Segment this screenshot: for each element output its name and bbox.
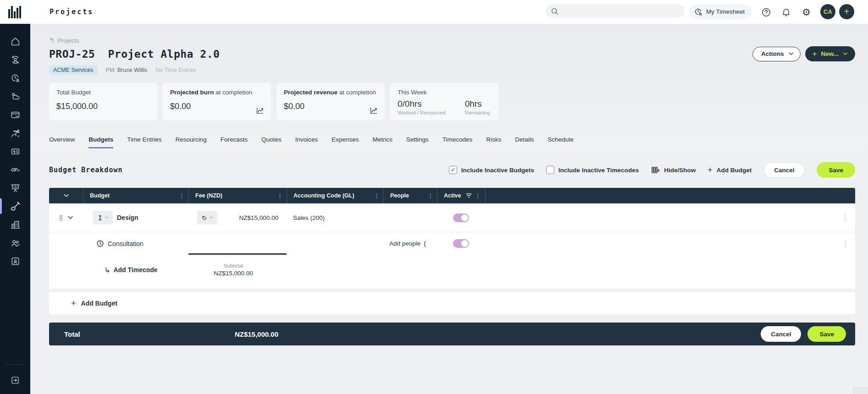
- tab-forecasts[interactable]: Forecasts: [221, 136, 248, 148]
- tab-overview[interactable]: Overview: [49, 136, 75, 148]
- columns-icon: [651, 165, 660, 175]
- include-inactive-timecodes-checkbox[interactable]: Include Inactive Timecodes: [546, 166, 639, 174]
- app-logo-icon[interactable]: [8, 5, 22, 18]
- sidebar: [0, 24, 30, 394]
- sidebar-item-resourcing[interactable]: [0, 50, 30, 69]
- notifications-button[interactable]: [779, 5, 794, 20]
- column-header-accounting-code[interactable]: Accounting Code (GL)⋮: [287, 188, 383, 203]
- add-budget-row[interactable]: + Add Budget: [49, 292, 855, 314]
- tab-quotes[interactable]: Quotes: [261, 136, 282, 148]
- active-toggle[interactable]: [453, 239, 469, 248]
- accounting-code-cell[interactable]: Sales (200): [287, 203, 383, 232]
- new-button[interactable]: + New...: [805, 46, 855, 61]
- tab-resourcing[interactable]: Resourcing: [176, 136, 207, 148]
- column-menu-icon[interactable]: ⋮: [475, 193, 481, 199]
- avatar[interactable]: CA: [820, 4, 835, 19]
- active-toggle[interactable]: [453, 213, 469, 222]
- include-inactive-budgets-checkbox[interactable]: ✓ Include Inactive Budgets: [449, 166, 534, 174]
- sidebar-collapse-button[interactable]: [0, 371, 30, 389]
- presentation-icon: [10, 183, 21, 193]
- sidebar-item-reports[interactable]: [0, 179, 30, 197]
- sidebar-item-forecast[interactable]: [0, 87, 30, 105]
- sidebar-item-projects[interactable]: [0, 197, 30, 215]
- tab-expenses[interactable]: Expenses: [332, 136, 359, 148]
- chevron-down-icon: [789, 52, 794, 55]
- tab-schedule[interactable]: Schedule: [548, 136, 574, 148]
- shovel-icon: [10, 201, 21, 212]
- sidebar-item-home[interactable]: [0, 32, 30, 50]
- person-sync-icon: [10, 55, 21, 65]
- tab-metrics[interactable]: Metrics: [372, 136, 393, 148]
- header-expand-all[interactable]: [49, 188, 83, 203]
- bottom-right-widget[interactable]: [853, 388, 868, 394]
- actions-button[interactable]: Actions: [752, 47, 801, 61]
- settings-button[interactable]: ⚙: [799, 5, 814, 20]
- collapse-row-icon[interactable]: [67, 216, 73, 219]
- sidebar-item-expenses[interactable]: [0, 142, 30, 160]
- sidebar-item-people[interactable]: [0, 234, 30, 252]
- breadcrumb[interactable]: ↰ Projects: [49, 24, 79, 44]
- sidebar-item-leave[interactable]: [0, 124, 30, 142]
- sidebar-item-invoices[interactable]: [0, 105, 30, 124]
- chevron-down-icon: [63, 194, 69, 197]
- column-header-fee[interactable]: Fee (NZD)⋮: [188, 188, 287, 203]
- add-timecode-button[interactable]: ↳ Add Timecode: [83, 255, 188, 285]
- column-menu-icon[interactable]: ⋮: [179, 193, 185, 199]
- sidebar-item-deals[interactable]: [0, 160, 30, 179]
- people-cell[interactable]: [383, 203, 437, 232]
- cancel-button-top[interactable]: Cancel: [763, 162, 805, 178]
- timesheet-clock-icon: [694, 7, 703, 16]
- save-button-bottom[interactable]: Save: [807, 326, 846, 342]
- timecode-clock-icon: [96, 240, 104, 247]
- tab-budgets[interactable]: Budgets: [88, 136, 113, 148]
- column-menu-icon[interactable]: ⋮: [277, 193, 283, 199]
- tab-invoices[interactable]: Invoices: [295, 136, 318, 148]
- column-menu-icon[interactable]: ⋮: [427, 193, 433, 199]
- fee-type-dropdown[interactable]: [197, 211, 217, 224]
- my-timesheet-button[interactable]: My Timesheet: [689, 4, 752, 19]
- budget-type-dropdown[interactable]: [93, 211, 113, 224]
- save-button-top[interactable]: Save: [817, 162, 855, 178]
- fee-input-focused[interactable]: [188, 232, 287, 255]
- tab-details[interactable]: Details: [515, 136, 534, 148]
- help-button[interactable]: [758, 5, 774, 20]
- global-add-button[interactable]: +: [839, 4, 854, 19]
- checkbox-checked-icon[interactable]: ✓: [449, 166, 457, 174]
- tab-timecodes[interactable]: Timecodes: [442, 136, 473, 148]
- search-input[interactable]: [563, 8, 673, 15]
- accounting-code-cell[interactable]: [287, 232, 383, 255]
- cancel-button-bottom[interactable]: Cancel: [761, 326, 801, 342]
- add-people-link[interactable]: Add people: [389, 240, 420, 247]
- card-value: $0.00: [284, 102, 377, 111]
- stat-worked-resourced: 0/0hrs Worked / Resourced: [398, 99, 446, 115]
- sidebar-item-companies[interactable]: [0, 215, 30, 234]
- add-budget-button-top[interactable]: + Add Budget: [708, 165, 752, 175]
- topbar-title: Projects: [50, 8, 94, 16]
- table-header: Budget⋮ Fee (NZD)⋮ Accounting Code (GL)⋮…: [49, 188, 855, 203]
- add-timecode-label: Add Timecode: [113, 266, 157, 274]
- budget-name[interactable]: Design: [117, 214, 138, 221]
- sidebar-item-timesheets[interactable]: [0, 69, 30, 87]
- sidebar-item-directory[interactable]: [0, 252, 30, 270]
- tab-time-entries[interactable]: Time Entries: [127, 136, 161, 148]
- add-budget-label: Add Budget: [717, 167, 752, 174]
- row-menu-icon[interactable]: ⋮: [842, 214, 849, 221]
- timecode-name[interactable]: Consultation: [108, 240, 144, 247]
- checkbox-unchecked-icon[interactable]: [546, 166, 554, 174]
- column-header-people[interactable]: People⋮: [383, 188, 437, 203]
- hide-show-label: Hide/Show: [664, 167, 696, 174]
- trend-chart-icon: [255, 106, 265, 115]
- subtotal-value: NZ$15,000.00: [214, 270, 253, 277]
- tab-settings[interactable]: Settings: [406, 136, 429, 148]
- column-header-active[interactable]: Active ⋮: [437, 188, 485, 203]
- column-menu-icon[interactable]: ⋮: [374, 193, 380, 199]
- client-tag[interactable]: ACME Services: [49, 66, 98, 75]
- fee-value[interactable]: NZ$15,000.00: [239, 214, 278, 221]
- row-menu-icon[interactable]: ⋮: [842, 240, 849, 247]
- question-icon: [761, 7, 771, 17]
- column-header-budget[interactable]: Budget⋮: [83, 188, 188, 203]
- hide-show-columns-button[interactable]: Hide/Show: [651, 165, 696, 175]
- tab-risks[interactable]: Risks: [486, 136, 501, 148]
- drag-handle[interactable]: [59, 215, 62, 221]
- search-bar[interactable]: [546, 4, 685, 18]
